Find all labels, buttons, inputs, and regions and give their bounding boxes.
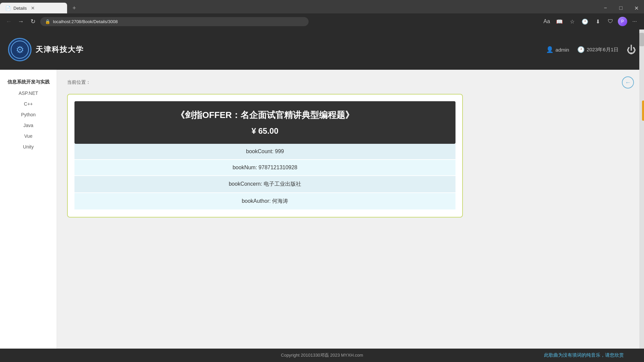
breadcrumb-bar: 当前位置： ← xyxy=(67,76,634,88)
user-label: admin xyxy=(555,47,569,53)
url-text: localhost:2708/Book/Details/3008 xyxy=(53,19,304,24)
power-button[interactable]: ⏻ xyxy=(627,44,636,55)
sidebar: 信息系统开发与实践 ASP.NET C++ Python Java Vue Un… xyxy=(0,70,57,349)
refresh-button[interactable]: ↻ xyxy=(28,17,38,26)
logo-circle: ⚙ xyxy=(8,38,32,61)
book-title: 《剑指OFFER：名企面试官精讲典型编程题》 xyxy=(83,109,447,121)
book-price: ¥ 65.00 xyxy=(83,126,447,136)
sidebar-item-python[interactable]: Python xyxy=(0,109,57,120)
downloads-icon[interactable]: ⬇ xyxy=(592,16,603,27)
new-tab-button[interactable]: + xyxy=(70,3,79,13)
sidebar-item-aspnet[interactable]: ASP.NET xyxy=(0,88,57,99)
book-concern-cell: bookConcern: 电子工业出版社 xyxy=(74,176,455,193)
user-icon: 👤 xyxy=(546,46,553,53)
page-wrapper: ⚙ 天津科技大学 👤 admin 🕐 2023年6月1日 ⏻ 信息系统开发与实践… xyxy=(0,29,644,362)
maximize-button[interactable]: □ xyxy=(613,1,629,15)
site-logo: ⚙ 天津科技大学 xyxy=(8,38,84,61)
address-bar: ← → ↻ 🔒 localhost:2708/Book/Details/3008… xyxy=(0,13,644,29)
sidebar-item-java[interactable]: Java xyxy=(0,120,57,131)
date-info: 🕐 2023年6月1日 xyxy=(577,46,619,53)
browser-chrome: 📄 Details ✕ + − □ ✕ ← → ↻ 🔒 localhost:27… xyxy=(0,0,644,29)
top-navbar: ⚙ 天津科技大学 👤 admin 🕐 2023年6月1日 ⏻ xyxy=(0,29,644,70)
logo-text: 天津科技大学 xyxy=(36,45,84,55)
tab-bar: 📄 Details ✕ + − □ ✕ xyxy=(0,0,644,13)
url-box[interactable]: 🔒 localhost:2708/Book/Details/3008 xyxy=(40,17,309,26)
footer: Copyright 20101330邓磊 2023 MYXH.com 此歌曲为没… xyxy=(0,349,644,362)
tab-icon: 📄 xyxy=(5,6,11,11)
date-label: 2023年6月1日 xyxy=(587,47,619,53)
table-row: bookNum: 9787121310928 xyxy=(74,160,455,176)
browser-shield-icon[interactable]: 🛡 xyxy=(605,16,616,27)
minimize-button[interactable]: − xyxy=(598,1,613,15)
lock-icon: 🔒 xyxy=(45,19,50,24)
back-button[interactable]: ← xyxy=(622,76,634,88)
sidebar-item-cpp[interactable]: C++ xyxy=(0,99,57,109)
tab-close-button[interactable]: ✕ xyxy=(31,5,35,11)
table-row: bookConcern: 电子工业出版社 xyxy=(74,176,455,193)
book-card: 《剑指OFFER：名企面试官精讲典型编程题》 ¥ 65.00 bookCount… xyxy=(67,94,463,218)
profile-avatar[interactable]: P xyxy=(618,17,627,26)
scrollbar-track[interactable] xyxy=(639,29,644,349)
close-button[interactable]: ✕ xyxy=(629,1,644,15)
scrollbar-thumb[interactable] xyxy=(639,33,644,46)
book-header: 《剑指OFFER：名企面试官精讲典型编程题》 ¥ 65.00 xyxy=(74,101,455,144)
back-nav-button[interactable]: ← xyxy=(4,17,13,26)
favorites-icon[interactable]: ☆ xyxy=(567,16,578,27)
logo-gear-icon: ⚙ xyxy=(16,44,24,55)
book-info-table: bookCount: 999 bookNum: 9787121310928 bo… xyxy=(74,144,455,210)
table-row: bookAuthor: 何海涛 xyxy=(74,193,455,210)
forward-nav-button[interactable]: → xyxy=(16,17,25,26)
table-row: bookCount: 999 xyxy=(74,144,455,160)
user-info: 👤 admin xyxy=(546,46,569,53)
sidebar-item-vue[interactable]: Vue xyxy=(0,131,57,141)
read-aloud-icon[interactable]: Aa xyxy=(541,16,552,27)
music-text: 此歌曲为没有填词的纯音乐，请您欣赏 xyxy=(544,352,624,358)
book-count-cell: bookCount: 999 xyxy=(74,144,455,160)
more-options-icon[interactable]: ··· xyxy=(629,16,640,27)
browser-tab[interactable]: 📄 Details ✕ xyxy=(0,3,67,13)
main-area: 信息系统开发与实践 ASP.NET C++ Python Java Vue Un… xyxy=(0,70,644,349)
window-controls: − □ ✕ xyxy=(598,1,644,15)
breadcrumb-text: 当前位置： xyxy=(67,79,91,85)
logo-inner: ⚙ xyxy=(11,41,29,59)
navbar-right: 👤 admin 🕐 2023年6月1日 ⏻ xyxy=(546,44,636,55)
book-num-cell: bookNum: 9787121310928 xyxy=(74,160,455,176)
content-area: 当前位置： ← 《剑指OFFER：名企面试官精讲典型编程题》 ¥ 65.00 b… xyxy=(57,70,644,349)
right-accent-bar xyxy=(642,101,644,121)
footer-copyright: Copyright 20101330邓磊 2023 MYXH.com xyxy=(281,352,363,358)
tab-label: Details xyxy=(13,6,27,11)
clock-icon: 🕐 xyxy=(577,46,585,53)
sidebar-section-title: 信息系统开发与实践 xyxy=(0,76,57,88)
book-author-cell: bookAuthor: 何海涛 xyxy=(74,193,455,210)
history-icon[interactable]: 🕐 xyxy=(580,16,590,27)
toolbar-icons: Aa 📖 ☆ 🕐 ⬇ 🛡 P ··· xyxy=(541,16,640,27)
sidebar-item-unity[interactable]: Unity xyxy=(0,141,57,152)
immersive-reader-icon[interactable]: 📖 xyxy=(554,16,565,27)
